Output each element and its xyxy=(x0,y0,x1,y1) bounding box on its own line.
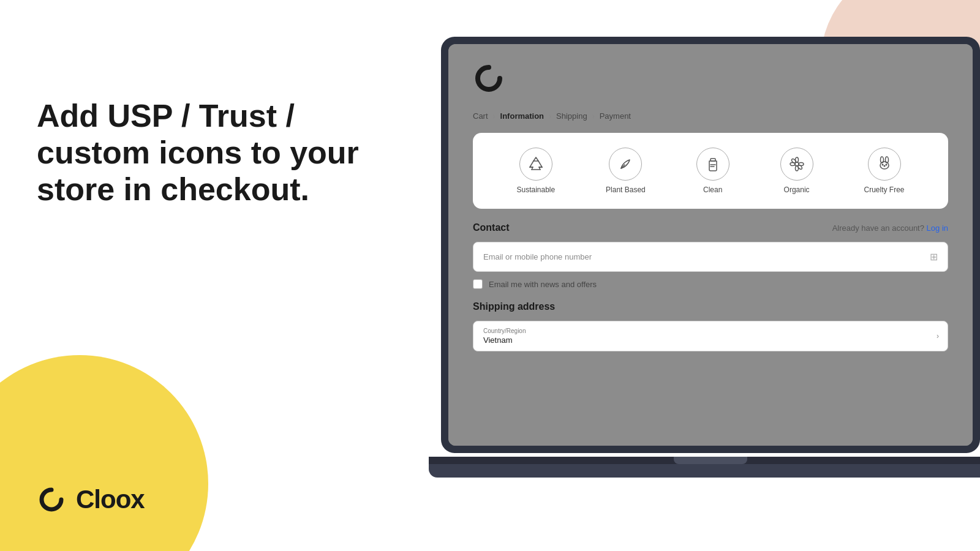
breadcrumb-sep-3: › xyxy=(592,112,595,121)
laptop-screen: Cart › Information › Shipping › Payment xyxy=(448,44,973,446)
usp-item-cruelty-free: Cruelty Free xyxy=(864,148,905,194)
usp-item-sustainable: Sustainable xyxy=(516,148,555,194)
email-input-field[interactable]: Email or mobile phone number ⊞ xyxy=(473,242,948,272)
usp-icon-plant-based xyxy=(609,148,642,181)
usp-label-clean: Clean xyxy=(703,186,722,194)
usp-item-plant-based: Plant Based xyxy=(606,148,646,194)
usp-banner: Sustainable Plant Based xyxy=(473,133,948,209)
flower-icon xyxy=(788,155,806,173)
usp-icon-clean xyxy=(696,148,729,181)
account-text: Already have an account? Log in xyxy=(832,223,948,233)
usp-icon-cruelty-free xyxy=(868,148,901,181)
breadcrumb-shipping[interactable]: Shipping xyxy=(556,111,587,121)
cloox-name: Cloox xyxy=(76,485,145,514)
usp-label-plant-based: Plant Based xyxy=(606,186,646,194)
usp-label-organic: Organic xyxy=(784,186,810,194)
contact-title: Contact xyxy=(473,222,510,233)
country-value: Vietnam xyxy=(483,335,938,345)
chevron-down-icon: › xyxy=(937,332,939,340)
country-label: Country/Region xyxy=(483,328,938,334)
newsletter-label: Email me with news and offers xyxy=(489,280,597,289)
headline: Add USP / Trust / custom icons to your s… xyxy=(37,98,392,208)
laptop-base xyxy=(429,464,980,478)
usp-label-sustainable: Sustainable xyxy=(516,186,555,194)
cloox-logo-icon xyxy=(37,485,66,514)
breadcrumb-information[interactable]: Information xyxy=(500,111,545,121)
newsletter-row: Email me with news and offers xyxy=(473,279,948,289)
newsletter-checkbox[interactable] xyxy=(473,279,483,289)
usp-item-organic: Organic xyxy=(780,148,813,194)
leaf-icon xyxy=(616,155,635,173)
usp-icon-organic xyxy=(780,148,813,181)
svg-point-14 xyxy=(882,164,883,165)
checkout-page: Cart › Information › Shipping › Payment xyxy=(448,44,973,446)
country-select[interactable]: Country/Region Vietnam › xyxy=(473,321,948,351)
svg-point-15 xyxy=(886,164,887,165)
contact-section-header: Contact Already have an account? Log in xyxy=(473,222,948,233)
breadcrumb-payment[interactable]: Payment xyxy=(600,111,631,121)
breadcrumb: Cart › Information › Shipping › Payment xyxy=(473,111,948,121)
store-logo xyxy=(473,62,948,97)
recycle-icon xyxy=(527,155,545,173)
left-panel: Add USP / Trust / custom icons to your s… xyxy=(37,0,392,551)
input-icon: ⊞ xyxy=(930,251,938,263)
laptop-outer: Cart › Information › Shipping › Payment xyxy=(441,37,980,478)
laptop-notch xyxy=(674,457,747,464)
breadcrumb-sep-2: › xyxy=(549,112,551,121)
usp-item-clean: Clean xyxy=(696,148,729,194)
breadcrumb-cart[interactable]: Cart xyxy=(473,111,488,121)
rabbit-icon xyxy=(875,155,894,173)
usp-icon-sustainable xyxy=(519,148,552,181)
email-placeholder: Email or mobile phone number xyxy=(483,252,592,261)
laptop-mockup: Cart › Information › Shipping › Payment xyxy=(441,37,980,539)
breadcrumb-sep-1: › xyxy=(493,112,496,121)
svg-point-13 xyxy=(884,165,885,167)
login-link[interactable]: Log in xyxy=(927,223,948,233)
usp-label-cruelty-free: Cruelty Free xyxy=(864,186,905,194)
laptop-screen-border: Cart › Information › Shipping › Payment xyxy=(441,37,980,453)
cloox-brand: Cloox xyxy=(37,485,145,514)
shipping-title: Shipping address xyxy=(473,301,948,312)
bottle-icon xyxy=(704,155,722,173)
